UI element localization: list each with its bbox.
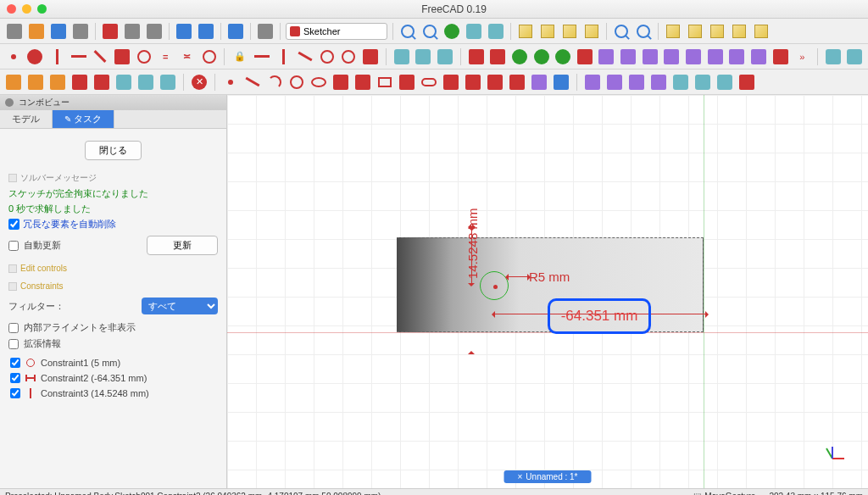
select-origin-button[interactable]	[598, 48, 615, 65]
construction-button[interactable]	[553, 74, 570, 91]
zoom-out-button[interactable]	[634, 22, 653, 41]
reorient-button[interactable]	[71, 74, 88, 91]
length-button[interactable]	[297, 48, 314, 65]
diameter-button[interactable]	[341, 48, 358, 65]
vertical-button[interactable]	[48, 48, 65, 65]
arc-button[interactable]	[266, 74, 283, 91]
bspline-button[interactable]	[332, 74, 349, 91]
trim-button[interactable]	[465, 74, 481, 91]
constraint-item[interactable]: Constraint1 (5 mm)	[8, 355, 218, 370]
toggle-construction-button[interactable]	[825, 48, 842, 65]
leave-sketch-button[interactable]	[393, 48, 410, 65]
print-button[interactable]	[71, 22, 90, 41]
clone-button[interactable]	[685, 48, 702, 65]
line-button[interactable]	[244, 74, 261, 91]
slot-button[interactable]	[420, 74, 437, 91]
new-doc-button[interactable]	[5, 22, 24, 41]
view-sketch-button[interactable]	[415, 48, 432, 65]
nav-style[interactable]: MayaGesture	[693, 492, 755, 495]
validate-button[interactable]	[115, 74, 132, 91]
dim-vert-label[interactable]: 14.5248 mm	[465, 209, 480, 279]
circle-button[interactable]	[288, 74, 305, 91]
bsp-degree-button[interactable]	[584, 74, 601, 91]
delete-geom-button[interactable]: »	[793, 48, 810, 65]
horizontal-button[interactable]	[70, 48, 87, 65]
cut-button[interactable]	[101, 22, 120, 41]
select-elements-button[interactable]	[511, 48, 528, 65]
view-cube-2[interactable]	[686, 22, 704, 41]
view-cube-4[interactable]	[730, 22, 748, 41]
select-haxis-button[interactable]	[642, 48, 659, 65]
copy-button[interactable]	[123, 22, 142, 41]
carbon-button[interactable]	[531, 74, 548, 91]
bsp-knot-button[interactable]	[650, 74, 667, 91]
select-conflicting-button[interactable]	[554, 48, 571, 65]
top-view-button[interactable]	[560, 22, 579, 41]
select-constraints-button[interactable]	[489, 48, 506, 65]
zoom-sel-button[interactable]	[420, 22, 439, 41]
extended-info-checkbox[interactable]	[8, 339, 19, 349]
draw-style-button[interactable]	[442, 22, 461, 41]
symmetric-button[interactable]: ≍	[179, 48, 196, 65]
tab-model[interactable]: モデル	[0, 110, 53, 128]
redo-button[interactable]	[197, 22, 215, 41]
minimize-window-button[interactable]	[22, 4, 31, 14]
parallel-button[interactable]	[92, 48, 109, 65]
delete-constraints-button[interactable]	[772, 48, 789, 65]
radius-button[interactable]	[319, 48, 336, 65]
show-hide-button[interactable]	[576, 48, 593, 65]
bsp-decr-button[interactable]	[694, 74, 711, 91]
select-vaxis-button[interactable]	[620, 48, 637, 65]
polyline-button[interactable]	[354, 74, 371, 91]
refresh-button[interactable]	[226, 22, 245, 41]
polygon-button[interactable]	[398, 74, 415, 91]
bsp-more-button[interactable]	[738, 74, 755, 91]
constraint-checkbox[interactable]	[10, 388, 20, 398]
vdist-button[interactable]	[275, 48, 292, 65]
lock-button[interactable]: 🔒	[231, 48, 248, 65]
cursor-button[interactable]	[256, 22, 275, 41]
zoom-in-button[interactable]	[612, 22, 631, 41]
maximize-window-button[interactable]	[37, 4, 47, 14]
bsp-convert-button[interactable]	[716, 74, 733, 91]
extend-button[interactable]	[487, 74, 504, 91]
tab-task[interactable]: タスク	[53, 110, 114, 128]
constraint-item[interactable]: Constraint3 (14.5248 mm)	[8, 386, 218, 401]
view-cube-1[interactable]	[664, 22, 682, 41]
bsp-poly-button[interactable]	[606, 74, 623, 91]
point-button[interactable]	[222, 74, 239, 91]
carbon-copy-button[interactable]	[847, 48, 864, 65]
edit-sketch-button[interactable]	[27, 74, 44, 91]
constraint-item[interactable]: Constraint2 (-64.351 mm)	[8, 370, 218, 386]
leave-sketch2-button[interactable]	[49, 74, 66, 91]
angle-button[interactable]	[362, 48, 379, 65]
coincident-button[interactable]	[5, 48, 22, 65]
tangent-button[interactable]	[136, 48, 153, 65]
measure-button[interactable]	[487, 22, 505, 41]
workbench-selector[interactable]: Sketcher	[286, 23, 387, 40]
move-button[interactable]	[728, 48, 745, 65]
copy-geom-button[interactable]	[707, 48, 724, 65]
update-button[interactable]: 更新	[147, 236, 218, 255]
right-view-button[interactable]	[582, 22, 601, 41]
constraint-checkbox[interactable]	[10, 373, 20, 383]
iso-view-button[interactable]	[516, 22, 535, 41]
equal-button[interactable]: =	[157, 48, 174, 65]
stop-op-button[interactable]: ✕	[191, 74, 208, 91]
front-view-button[interactable]	[538, 22, 557, 41]
mirror-button[interactable]	[159, 74, 176, 91]
select-redundant-button[interactable]	[533, 48, 550, 65]
hide-internal-checkbox[interactable]	[8, 323, 19, 333]
rect-array-button[interactable]	[750, 48, 767, 65]
ellipse-button[interactable]	[310, 74, 327, 91]
close-task-button[interactable]: 閉じる	[85, 141, 142, 160]
map-sketch-button[interactable]	[93, 74, 110, 91]
open-button[interactable]	[27, 22, 46, 41]
symmetry-button[interactable]	[664, 48, 681, 65]
auto-remove-checkbox[interactable]	[8, 219, 19, 230]
sketch-point[interactable]	[493, 285, 498, 289]
auto-update-checkbox[interactable]	[8, 241, 19, 251]
close-window-button[interactable]	[7, 4, 16, 14]
dim-radius-label[interactable]: R5 mm	[529, 270, 570, 284]
undo-button[interactable]	[175, 22, 193, 41]
